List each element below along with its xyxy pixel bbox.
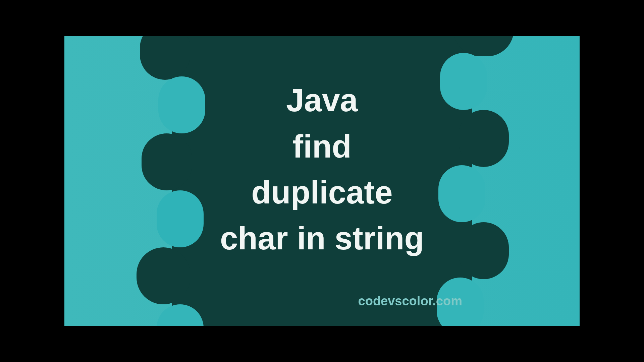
blob-notch-right	[440, 53, 487, 110]
banner-title: Java find duplicate char in string	[220, 77, 424, 261]
blob-notch-right	[438, 165, 485, 222]
blob-bump-left	[137, 247, 190, 304]
blob-bump-right	[459, 222, 509, 279]
blob-notch-left	[157, 190, 204, 247]
banner-container: Java find duplicate char in string codev…	[64, 36, 580, 326]
blob-bump-right	[459, 110, 509, 167]
credit-text: codevscolor.com	[358, 294, 462, 308]
blob-bump-left	[142, 133, 192, 190]
blob-notch-left	[158, 76, 205, 133]
